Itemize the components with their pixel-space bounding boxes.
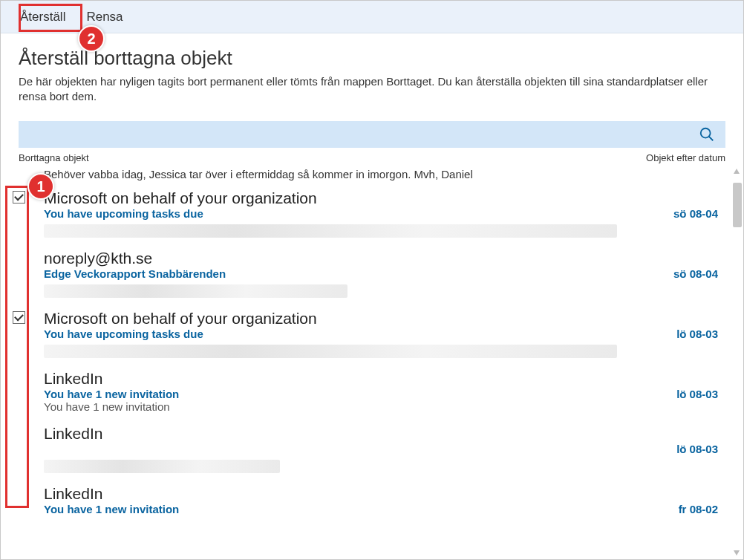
item-subject: You have 1 new invitation: [44, 388, 179, 400]
item-date: lö 08-03: [676, 328, 718, 340]
scroll-up-icon[interactable]: [731, 168, 742, 175]
item-snippet-redacted: [44, 224, 617, 238]
item-sender: noreply@kth.se: [44, 250, 718, 267]
list-header: Borttagna objekt Objekt efter datum: [1, 148, 743, 166]
item-subject: Edge Veckorapport Snabbärenden: [44, 267, 226, 280]
list-item-preview[interactable]: Behöver vabba idag, Jessica tar över i e…: [5, 166, 731, 185]
item-sender: Microsoft on behalf of your organization: [44, 189, 718, 207]
preview-text: Behöver vabba idag, Jessica tar över i e…: [44, 168, 473, 180]
list-header-right[interactable]: Objekt efter datum: [646, 152, 725, 163]
item-checkbox[interactable]: [13, 191, 25, 204]
item-snippet-redacted: [44, 460, 280, 473]
item-snippet: You have 1 new invitation: [44, 400, 718, 413]
item-sender: LinkedIn: [44, 425, 718, 443]
item-date: lö 08-03: [676, 443, 718, 455]
item-snippet-redacted: [44, 284, 347, 298]
item-sender: Microsoft on behalf of your organization: [44, 310, 718, 328]
list-item[interactable]: LinkedIn You have 1 new invitation lö 08…: [5, 365, 731, 420]
list-item[interactable]: LinkedIn You have 1 new invitation fr 08…: [5, 481, 731, 523]
svg-point-0: [701, 128, 711, 137]
item-date: sö 08-04: [673, 267, 718, 280]
list-item[interactable]: Microsoft on behalf of your organization…: [5, 185, 731, 245]
page-title: Återställ borttagna objekt: [19, 47, 725, 70]
item-snippet-redacted: [44, 345, 617, 358]
item-date: fr 08-02: [679, 503, 718, 515]
item-date: sö 08-04: [673, 207, 718, 220]
svg-marker-3: [734, 550, 740, 556]
item-date: lö 08-03: [676, 388, 718, 400]
item-subject: You have upcoming tasks due: [44, 207, 203, 220]
item-sender: LinkedIn: [44, 370, 718, 388]
item-checkbox[interactable]: [13, 311, 25, 324]
toolbar: Återställ Rensa: [1, 1, 743, 33]
search-icon[interactable]: [699, 126, 715, 143]
item-subject: You have 1 new invitation: [44, 503, 179, 515]
restore-button[interactable]: Återställ: [10, 5, 76, 29]
scroll-down-icon[interactable]: [731, 549, 742, 556]
header-area: Återställ borttagna objekt De här objekt…: [1, 33, 743, 121]
search-bar[interactable]: [19, 121, 725, 148]
item-list: Behöver vabba idag, Jessica tar över i e…: [1, 166, 743, 523]
svg-line-1: [709, 136, 714, 140]
list-item[interactable]: Microsoft on behalf of your organization…: [5, 305, 731, 365]
clear-button[interactable]: Rensa: [76, 5, 133, 29]
item-subject: You have upcoming tasks due: [44, 328, 203, 340]
list-item[interactable]: noreply@kth.se Edge Veckorapport Snabbär…: [5, 245, 731, 305]
svg-marker-2: [734, 169, 740, 174]
list-header-left[interactable]: Borttagna objekt: [19, 152, 89, 163]
page-description: De här objekten har nyligen tagits bort …: [19, 74, 725, 105]
list-item[interactable]: LinkedIn lö 08-03: [5, 420, 731, 481]
scrollbar-thumb[interactable]: [733, 183, 742, 227]
item-sender: LinkedIn: [44, 485, 718, 503]
